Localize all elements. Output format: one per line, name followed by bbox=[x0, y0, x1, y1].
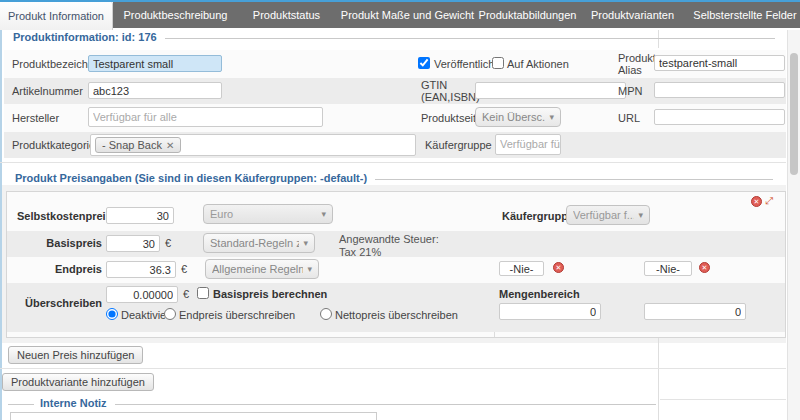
ueberschreiben-input[interactable] bbox=[106, 286, 178, 303]
applied-tax-text: Angewandte Steuer: Tax 21% bbox=[339, 233, 439, 259]
interne-notiz-title: Interne Notiz bbox=[40, 397, 107, 409]
clear-date-icon[interactable]: ✕ bbox=[553, 262, 564, 273]
radio-deaktiviert[interactable] bbox=[106, 308, 118, 320]
expand-icon[interactable]: ⤢ bbox=[765, 195, 773, 207]
gtin-input[interactable] bbox=[475, 82, 626, 99]
price-section-title: Produkt Preisangaben (Sie sind in diesen… bbox=[15, 172, 367, 184]
currency-dropdown[interactable]: Euro ▾ bbox=[203, 204, 333, 224]
chevron-down-icon: ▾ bbox=[638, 210, 643, 220]
tab-produkt-information-active[interactable]: Produkt Information bbox=[0, 2, 113, 30]
produktseite-label: Produktseite bbox=[421, 112, 482, 124]
artikelnummer-input[interactable] bbox=[88, 82, 222, 99]
info-section-header: Produktinformation: id: 176 bbox=[13, 31, 775, 43]
url-label: URL bbox=[618, 112, 640, 124]
price-table: ✕ ⤢ Selbstkostenpreis Euro ▾ Käufergrupp… bbox=[6, 191, 786, 338]
veroeffentlicht-label: Veröffentlicht bbox=[434, 58, 497, 70]
clear-date-icon[interactable]: ✕ bbox=[699, 262, 710, 273]
mpn-input[interactable] bbox=[654, 82, 785, 98]
tab-produktbeschreibung[interactable]: Produktbeschreibung bbox=[113, 2, 238, 28]
menge-von-input[interactable] bbox=[499, 303, 601, 320]
chevron-down-icon: ▾ bbox=[303, 238, 308, 248]
kaeufergruppe-field[interactable]: Verfügbar für bbox=[495, 134, 561, 155]
endpreis-input[interactable] bbox=[106, 261, 176, 278]
produktvariante-hinzufuegen-button[interactable]: Produktvariante hinzufügen bbox=[2, 373, 154, 391]
price-row-basispreis: Basispreis € Standard-Regeln z... ▾ Ange… bbox=[7, 231, 785, 257]
price-section-header: Produkt Preisangaben (Sie sind in diesen… bbox=[15, 172, 773, 184]
tab-bar: Produktbeschreibung Produktstatus Produk… bbox=[113, 2, 800, 28]
price-kaeufergruppe-label: Käufergruppe bbox=[502, 210, 574, 222]
chevron-down-icon: ▾ bbox=[321, 209, 326, 219]
radio-nettopreis-label: Nettopreis überschreiben bbox=[335, 309, 458, 321]
basispreis-input[interactable] bbox=[106, 235, 160, 252]
hersteller-label: Hersteller bbox=[12, 112, 59, 124]
kategorie-tag-chip[interactable]: - Snap Back✕ bbox=[95, 137, 181, 153]
price-row-endpreis: Endpreis € Allgemeine Regeln z... ▾ ✕ ✕ bbox=[7, 257, 785, 283]
form-row-produktbezeichnung: Produktbezeichnung Veröffentlicht Auf Ak… bbox=[4, 50, 786, 78]
date-until-input[interactable] bbox=[644, 261, 692, 276]
endpreis-rule-value: Allgemeine Regeln z... bbox=[212, 263, 303, 275]
produkt-alias-input[interactable] bbox=[654, 55, 785, 71]
section-rule bbox=[8, 404, 34, 405]
ueberschreiben-label: Überschreiben bbox=[17, 297, 102, 309]
hersteller-input[interactable] bbox=[88, 107, 323, 127]
tax-line1: Angewandte Steuer: bbox=[339, 233, 439, 246]
url-input[interactable] bbox=[654, 109, 785, 125]
row-separator bbox=[660, 399, 786, 400]
euro-symbol: € bbox=[165, 237, 171, 249]
kaeufergruppe-label: Käufergruppe bbox=[425, 139, 492, 151]
radio-endpreis-ueberschreiben[interactable] bbox=[164, 308, 176, 320]
section-rule bbox=[375, 179, 773, 180]
tab-produkt-masse-und-gewicht[interactable]: Produkt Maße und Gewicht bbox=[335, 2, 480, 28]
basispreis-label: Basispreis bbox=[17, 237, 102, 249]
mengenbereich-label: Mengenbereich bbox=[499, 288, 580, 300]
produktkategorien-field[interactable]: - Snap Back✕ bbox=[90, 134, 416, 156]
tab-selbsterstellte-felder[interactable]: Selbsterstellte Felder bbox=[690, 2, 800, 28]
tab-produktabbildungen[interactable]: Produktabbildungen bbox=[480, 2, 575, 28]
endpreis-rule-dropdown[interactable]: Allgemeine Regeln z... ▾ bbox=[205, 259, 319, 279]
layout-divider bbox=[658, 338, 659, 420]
veroeffentlicht-checkbox[interactable] bbox=[418, 57, 430, 69]
neuen-preis-hinzufuegen-button[interactable]: Neuen Preis hinzufügen bbox=[8, 346, 143, 364]
tab-produktvarianten[interactable]: Produktvarianten bbox=[575, 2, 690, 28]
section-rule bbox=[165, 38, 775, 39]
scrollbar-thumb[interactable] bbox=[790, 53, 798, 175]
euro-symbol: € bbox=[181, 263, 187, 275]
form-row-produktkategorien: Produktkategorien - Snap Back✕ Käufergru… bbox=[4, 132, 786, 158]
price-kaeufergruppe-value: Verfügbar f... bbox=[573, 209, 634, 221]
basispreis-berechnen-checkbox[interactable] bbox=[197, 287, 209, 299]
interne-notiz-textarea[interactable] bbox=[10, 412, 377, 420]
basispreis-rule-value: Standard-Regeln z... bbox=[210, 237, 299, 249]
price-row-selbstkosten: ✕ ⤢ Selbstkostenpreis Euro ▾ Käufergrupp… bbox=[7, 192, 785, 231]
radio-nettopreis-ueberschreiben[interactable] bbox=[320, 308, 332, 320]
section-rule bbox=[115, 404, 656, 405]
produktseite-dropdown[interactable]: Kein Übersc... ▾ bbox=[475, 107, 561, 127]
basispreis-berechnen-label: Basispreis berechnen bbox=[213, 288, 327, 300]
endpreis-label: Endpreis bbox=[17, 263, 102, 275]
kategorie-tag-label: - Snap Back bbox=[102, 139, 162, 151]
produktbezeichnung-input[interactable] bbox=[88, 55, 222, 72]
interne-notiz-header: Interne Notiz bbox=[8, 397, 656, 409]
auf-aktionen-checkbox[interactable] bbox=[492, 57, 504, 69]
chevron-down-icon: ▾ bbox=[307, 264, 312, 274]
artikelnummer-label: Artikelnummer bbox=[12, 85, 83, 97]
selbstkostenpreis-input[interactable] bbox=[106, 207, 174, 224]
date-from-input[interactable] bbox=[499, 261, 544, 276]
product-edit-screen: Produktbeschreibung Produktstatus Produk… bbox=[0, 0, 800, 420]
menge-bis-input[interactable] bbox=[644, 303, 746, 320]
auf-aktionen-label: Auf Aktionen bbox=[507, 58, 569, 70]
currency-value: Euro bbox=[210, 208, 317, 220]
produktseite-value: Kein Übersc... bbox=[482, 111, 545, 123]
remove-tag-icon[interactable]: ✕ bbox=[166, 140, 174, 151]
price-kaeufergruppe-dropdown[interactable]: Verfügbar f... ▾ bbox=[566, 205, 650, 225]
produktkategorien-label: Produktkategorien bbox=[12, 139, 101, 151]
basispreis-rule-dropdown[interactable]: Standard-Regeln z... ▾ bbox=[203, 233, 315, 253]
delete-price-icon[interactable]: ✕ bbox=[751, 196, 762, 207]
tab-produktstatus[interactable]: Produktstatus bbox=[238, 2, 335, 28]
selbstkostenpreis-label: Selbstkostenpreis bbox=[17, 210, 102, 222]
section-separator bbox=[0, 162, 786, 163]
form-row-hersteller: Hersteller Produktseite Kein Übersc... ▾… bbox=[4, 104, 786, 132]
info-section-title: Produktinformation: id: 176 bbox=[13, 31, 157, 43]
form-row-artikelnummer: Artikelnummer GTIN (EAN,ISBN) MPN bbox=[4, 78, 786, 104]
radio-endpreis-label: Endpreis überschreiben bbox=[179, 309, 295, 321]
euro-symbol: € bbox=[183, 288, 189, 300]
